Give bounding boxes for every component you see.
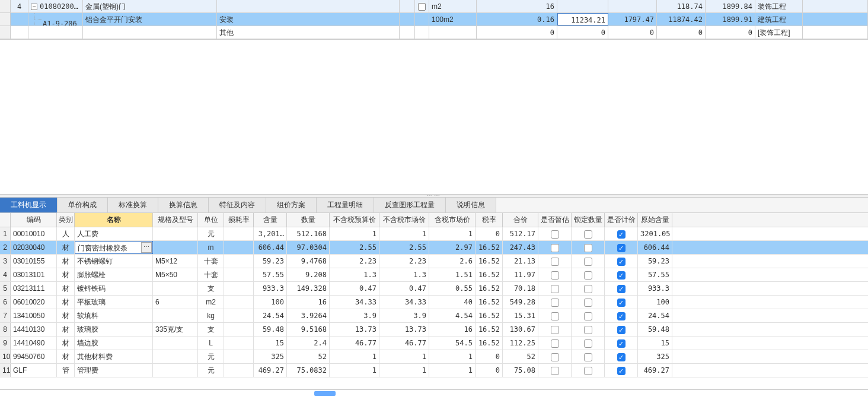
upper-grid-row[interactable]: 4−010802001001金属(塑钢)门m216118.741899.84装饰… — [0, 0, 868, 13]
qty-cell[interactable]: 24.54 — [254, 309, 287, 322]
category[interactable]: 建筑工程 — [755, 13, 803, 26]
price-checkbox-cell[interactable] — [605, 227, 638, 240]
upper-grid-row[interactable]: A1-9-206铝合金平开门安装安装100m20.1611234.211797.… — [0, 13, 868, 26]
item-code[interactable]: A1-9-206 — [28, 13, 83, 26]
class-cell[interactable]: 材 — [57, 309, 75, 322]
price-1[interactable]: 11234.21 — [557, 13, 608, 26]
budget-price-cell[interactable]: 13.73 — [330, 323, 379, 336]
ellipsis-button[interactable]: ⋯ — [141, 242, 152, 253]
name-cell[interactable]: 墙边胶 — [75, 336, 153, 350]
price-checkbox-cell[interactable] — [605, 255, 638, 268]
total-cell[interactable]: 549.28 — [503, 296, 538, 309]
original-qty-cell[interactable]: 469.27 — [638, 364, 672, 377]
name-cell[interactable]: 门窗密封橡胶条⋯ — [75, 241, 153, 254]
tab-6[interactable]: 工程量明细 — [317, 198, 374, 212]
item-code[interactable] — [28, 26, 83, 39]
tax-price-cell[interactable]: 1 — [429, 350, 476, 363]
col-header[interactable]: 是否计价 — [605, 213, 638, 227]
budget-price-cell[interactable]: 3.9 — [330, 309, 379, 322]
class-cell[interactable]: 材 — [57, 296, 75, 309]
tax-rate-cell[interactable]: 16.52 — [476, 296, 503, 309]
tab-7[interactable]: 反查图形工程量 — [374, 198, 446, 212]
tab-1[interactable]: 单价构成 — [58, 198, 108, 212]
tab-5[interactable]: 组价方案 — [266, 198, 317, 212]
name-cell[interactable]: 不锈钢螺钉 — [75, 255, 153, 268]
tab-0[interactable]: 工料机显示 — [0, 198, 58, 212]
class-cell[interactable]: 材 — [57, 323, 75, 336]
tax-rate-cell[interactable]: 16.52 — [476, 309, 503, 322]
lock-checkbox[interactable] — [584, 339, 592, 348]
collapse-icon[interactable]: − — [31, 4, 37, 10]
lock-checkbox-cell[interactable] — [572, 241, 605, 254]
price-checkbox[interactable] — [617, 230, 626, 239]
price-3[interactable]: 118.74 — [657, 0, 706, 12]
code-cell[interactable]: 00010010 — [11, 227, 57, 240]
material-row[interactable]: 914410490材墙边胶L152.446.7746.7754.516.5211… — [0, 336, 868, 350]
unit-cell[interactable]: 支 — [198, 323, 224, 336]
market-price-cell[interactable]: 34.33 — [379, 296, 429, 309]
lock-checkbox[interactable] — [584, 312, 592, 320]
tab-2[interactable]: 标准换算 — [108, 198, 158, 212]
item-desc[interactable]: 安装 — [217, 13, 400, 26]
market-price-cell[interactable]: 46.77 — [379, 336, 429, 350]
estimate-checkbox[interactable] — [551, 367, 559, 375]
total-cell[interactable]: 70.18 — [503, 282, 538, 295]
estimate-checkbox[interactable] — [551, 258, 559, 266]
qty-cell[interactable]: 606.44 — [254, 241, 287, 254]
loss-cell[interactable] — [224, 268, 254, 281]
estimate-checkbox[interactable] — [551, 353, 559, 361]
col-header[interactable]: 数量 — [287, 213, 330, 227]
price-checkbox-cell[interactable] — [605, 296, 638, 309]
code-cell[interactable]: 06010020 — [11, 296, 57, 309]
name-cell[interactable]: 膨胀螺栓 — [75, 268, 153, 281]
total-cell[interactable]: 52 — [503, 350, 538, 363]
code-cell[interactable]: 02030040 — [11, 241, 57, 254]
price-4[interactable]: 1899.84 — [706, 0, 755, 12]
item-desc[interactable] — [217, 0, 400, 12]
estimate-checkbox-cell[interactable] — [538, 268, 572, 281]
market-price-cell[interactable]: 13.73 — [379, 323, 429, 336]
unit-cell[interactable]: 元 — [198, 227, 224, 240]
total-cell[interactable]: 247.43 — [503, 241, 538, 254]
col-header[interactable]: 原始含量 — [638, 213, 672, 227]
price-3[interactable]: 0 — [657, 26, 706, 39]
loss-cell[interactable] — [224, 309, 254, 322]
spec-cell[interactable]: 335克/支 — [153, 323, 198, 336]
amount-cell[interactable]: 16 — [287, 296, 330, 309]
amount-cell[interactable]: 512.168 — [287, 227, 330, 240]
tax-price-cell[interactable]: 1 — [429, 227, 476, 240]
footer-scrollbar[interactable] — [0, 389, 868, 398]
col-header[interactable]: 损耗率 — [224, 213, 254, 227]
class-cell[interactable]: 材 — [57, 350, 75, 363]
amount-cell[interactable]: 149.328 — [287, 282, 330, 295]
material-row[interactable]: 202030040材门窗密封橡胶条⋯m606.4497.03042.552.55… — [0, 241, 868, 255]
category[interactable]: 装饰工程 — [755, 0, 803, 12]
col-header[interactable]: 含税市场价 — [429, 213, 476, 227]
col-header[interactable]: 含量 — [254, 213, 287, 227]
code-cell[interactable]: 03010155 — [11, 255, 57, 268]
unit[interactable]: m2 — [429, 0, 477, 12]
qty-cell[interactable]: 933.3 — [254, 282, 287, 295]
spec-cell[interactable] — [153, 309, 198, 322]
col-header[interactable]: 名称 — [75, 213, 153, 227]
price-1[interactable] — [557, 0, 608, 12]
tax-price-cell[interactable]: 2.6 — [429, 255, 476, 268]
code-cell[interactable]: 13410050 — [11, 309, 57, 322]
qty-cell[interactable]: 57.55 — [254, 268, 287, 281]
original-qty-cell[interactable]: 24.54 — [638, 309, 672, 322]
loss-cell[interactable] — [224, 227, 254, 240]
qty-cell[interactable]: 3,201… — [254, 227, 287, 240]
loss-cell[interactable] — [224, 241, 254, 254]
estimate-checkbox-cell[interactable] — [538, 241, 572, 254]
price-checkbox-cell[interactable] — [605, 350, 638, 363]
price-checkbox[interactable] — [617, 271, 626, 280]
price-checkbox[interactable] — [617, 312, 626, 320]
lock-checkbox-cell[interactable] — [572, 323, 605, 336]
qty-cell[interactable]: 59.48 — [254, 323, 287, 336]
market-price-cell[interactable]: 1 — [379, 227, 429, 240]
price-checkbox[interactable] — [617, 285, 626, 293]
unit-cell[interactable]: 十套 — [198, 268, 224, 281]
amount-cell[interactable]: 75.0832 — [287, 364, 330, 377]
amount-cell[interactable]: 97.0304 — [287, 241, 330, 254]
tax-price-cell[interactable]: 1.51 — [429, 268, 476, 281]
